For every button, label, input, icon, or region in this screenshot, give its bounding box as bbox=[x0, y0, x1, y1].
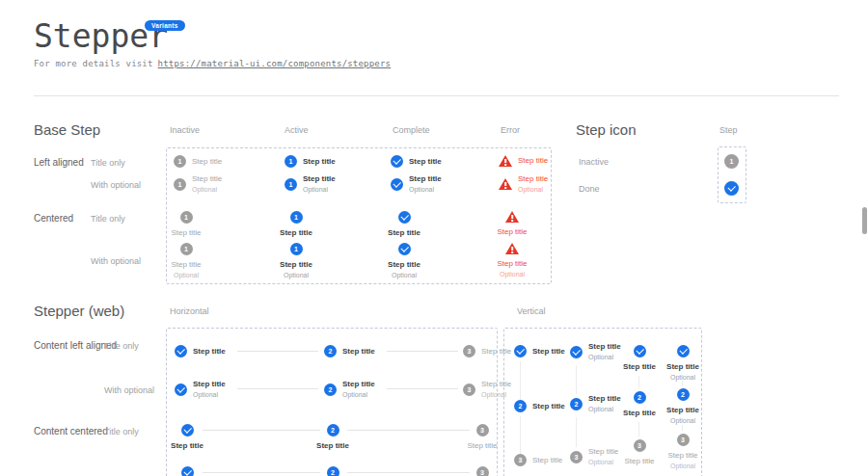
step-error: Step title bbox=[499, 155, 548, 167]
step-title-label: Step title bbox=[192, 174, 222, 184]
step-title-label: Step title bbox=[481, 380, 511, 389]
check-icon bbox=[391, 178, 403, 191]
stepper-web-heading: Stepper (web) bbox=[34, 303, 124, 319]
step-title-label: Step title bbox=[192, 157, 222, 167]
stepper-spec-page: Stepper Variants For more details visith… bbox=[0, 0, 868, 476]
step-number-icon: 2 bbox=[327, 466, 339, 476]
check-icon bbox=[398, 243, 411, 255]
check-icon bbox=[398, 211, 411, 224]
step-active-optional: 1 Step title Optional bbox=[285, 174, 336, 194]
optional-label: Optional bbox=[193, 391, 226, 399]
step-number-icon: 2 bbox=[324, 345, 337, 357]
step-number-icon: 3 bbox=[476, 466, 489, 476]
step-title-label: Step title bbox=[624, 457, 654, 466]
step-title-label: Step title bbox=[280, 260, 312, 270]
step-text: Step title Optional bbox=[666, 362, 699, 382]
step-text: Step title Optional bbox=[342, 380, 375, 399]
check-icon bbox=[677, 345, 690, 357]
stepper-step-complete-centered-optional bbox=[155, 466, 219, 476]
optional-label: Optional bbox=[670, 463, 695, 470]
step-number-icon: 1 bbox=[174, 178, 186, 191]
check-icon bbox=[391, 155, 403, 168]
connector-line bbox=[237, 388, 318, 389]
connector-line bbox=[576, 365, 577, 394]
row-sublabel-title-only: Title only bbox=[104, 341, 139, 351]
column-header-active: Active bbox=[285, 125, 309, 135]
row-label-inactive: Inactive bbox=[579, 157, 609, 167]
row-sublabel-with-optional: With optional bbox=[104, 385, 154, 395]
step-number-icon: 1 bbox=[180, 243, 193, 255]
step-text: Step title Optional bbox=[280, 260, 312, 279]
warning-icon bbox=[499, 155, 512, 167]
step-text: Step title Optional bbox=[192, 174, 222, 194]
subtitle: For more details visithttps://material-u… bbox=[34, 59, 391, 68]
optional-label: Optional bbox=[500, 271, 525, 278]
stepper-step-active: 2 Step title bbox=[324, 345, 375, 357]
step-title-label: Step title bbox=[666, 362, 699, 372]
step-title-label: Step title bbox=[316, 441, 349, 451]
column-header-inactive: Inactive bbox=[170, 125, 200, 135]
step-inactive-optional: 1 Step title Optional bbox=[174, 174, 222, 194]
step-title-label: Step title bbox=[409, 174, 442, 184]
step-title-label: Step title bbox=[666, 406, 699, 415]
row-label-centered: Centered bbox=[34, 213, 73, 224]
vstepper-step-inactive-centered-optional: 3 Step title Optional bbox=[651, 434, 715, 470]
step-number-icon: 3 bbox=[570, 451, 583, 463]
step-title-label: Step title bbox=[497, 259, 527, 269]
connector-line bbox=[576, 417, 577, 447]
connector-line bbox=[387, 388, 458, 389]
step-title-label: Step title bbox=[467, 441, 497, 451]
connector-line bbox=[387, 351, 458, 352]
step-title-label: Step title bbox=[193, 380, 226, 389]
row-label-done: Done bbox=[579, 184, 600, 194]
row-sublabel-title-only: Title only bbox=[104, 427, 139, 436]
column-header-complete: Complete bbox=[393, 125, 430, 135]
row-sublabel-with-optional: With optional bbox=[91, 180, 141, 190]
step-number-icon: 1 bbox=[174, 155, 186, 168]
step-complete: Step title bbox=[391, 155, 442, 168]
connector-line bbox=[638, 422, 639, 436]
column-header-error: Error bbox=[501, 125, 520, 135]
row-label-content-centered: Content centered bbox=[34, 426, 108, 436]
stepper-step-inactive: 3 Step title bbox=[463, 345, 511, 357]
step-text: Step title Optional bbox=[388, 260, 420, 279]
step-title-label: Step title bbox=[409, 157, 442, 167]
connector-line bbox=[638, 376, 639, 388]
stepper-step-active-centered: 2 Step title bbox=[301, 424, 365, 451]
step-title-label: Step title bbox=[518, 174, 548, 184]
stepper-step-inactive-centered-optional: 3 bbox=[450, 466, 514, 476]
step-error-centered-optional: Step title Optional bbox=[480, 243, 544, 278]
step-inactive-centered: 1 Step title bbox=[154, 211, 218, 238]
check-icon bbox=[181, 466, 194, 476]
step-error-centered: Step title bbox=[480, 211, 544, 237]
optional-label: Optional bbox=[409, 186, 442, 194]
connector-line bbox=[520, 416, 521, 454]
connector-line bbox=[682, 425, 683, 431]
step-text: Step title Optional bbox=[518, 174, 548, 194]
step-text: Step title Optional bbox=[497, 259, 527, 278]
step-number-icon: 2 bbox=[327, 424, 339, 436]
step-text: Step title Optional bbox=[481, 380, 511, 399]
step-number-icon: 3 bbox=[476, 424, 489, 436]
step-active-centered-optional: 1 Step title Optional bbox=[264, 243, 328, 279]
step-title-label: Step title bbox=[171, 260, 201, 270]
step-number-icon: 3 bbox=[463, 383, 475, 396]
step-title-label: Step title bbox=[193, 347, 226, 357]
optional-label: Optional bbox=[342, 391, 375, 399]
vstepper-step-complete-centered-optional: Step title Optional bbox=[651, 345, 715, 382]
vstepper-step-inactive: 3 Step title bbox=[514, 454, 562, 466]
row-sublabel-title-only: Title only bbox=[91, 158, 125, 168]
stepper-step-complete-optional: Step title Optional bbox=[175, 380, 226, 399]
warning-icon bbox=[505, 243, 519, 254]
stepper-step-inactive-optional: 3 Step title Optional bbox=[463, 380, 511, 399]
steppers-doc-link[interactable]: https://material-ui.com/components/stepp… bbox=[158, 59, 392, 68]
warning-icon bbox=[499, 178, 512, 190]
row-sublabel-with-optional: With optional bbox=[91, 256, 141, 266]
vstepper-step-complete: Step title bbox=[514, 345, 565, 357]
step-title-label: Step title bbox=[342, 347, 375, 357]
check-icon bbox=[634, 345, 646, 357]
step-text: Step title Optional bbox=[171, 260, 201, 279]
step-number-icon: 1 bbox=[285, 155, 297, 168]
stepper-step-complete: Step title bbox=[175, 345, 226, 357]
scrollbar-thumb[interactable] bbox=[862, 207, 867, 234]
